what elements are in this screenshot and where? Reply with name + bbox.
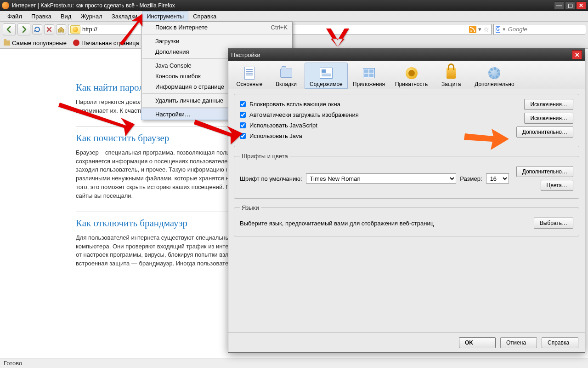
search-input[interactable] — [508, 26, 586, 33]
bookmarks-toolbar: Самые популярные Начальная страница — [0, 37, 588, 49]
window-title: Интернет | KakProsto.ru: как просто сдел… — [12, 2, 554, 9]
menu-help[interactable]: Справка — [188, 12, 221, 21]
group-fonts-colors: Шрифты и цвета Шрифт по умолчанию: Times… — [234, 153, 579, 199]
menu-separator — [142, 34, 291, 34]
label-languages-desc: Выберите язык, предпочитаемый вами для о… — [240, 220, 530, 227]
annotation-arrow-red — [322, 29, 354, 56]
bookmark-star-icon[interactable]: ☆ — [483, 26, 489, 33]
dropdown-icon[interactable]: ▾ — [478, 26, 481, 33]
firefox-icon — [2, 2, 9, 9]
label-enable-javascript: Использовать JavaScript — [249, 122, 317, 129]
label-enable-java: Использовать Java — [249, 132, 302, 139]
help-button[interactable]: Справка — [542, 337, 578, 348]
menu-edit[interactable]: Правка — [27, 12, 56, 21]
fonts-advanced-button[interactable]: Дополнительно… — [516, 166, 573, 177]
legend-fonts: Шрифты и цвета — [240, 153, 290, 160]
window-titlebar: Интернет | KakProsto.ru: как просто сдел… — [0, 0, 588, 11]
navigation-toolbar: ▾ ☆ G ▼ 🔍 — [0, 22, 588, 37]
tab-advanced[interactable]: Дополнительно — [469, 63, 519, 89]
annotation-arrow-red — [57, 100, 136, 137]
dialog-close-button[interactable]: ✕ — [572, 50, 582, 59]
dialog-title: Настройки — [231, 52, 572, 58]
label-load-images: Автоматически загружать изображения — [249, 111, 359, 118]
search-engine-icon[interactable]: G — [496, 26, 500, 33]
menu-file[interactable]: Файл — [3, 12, 27, 21]
search-bar[interactable]: G ▼ 🔍 — [493, 24, 585, 35]
dialog-body: Блокировать всплывающие окна Автоматичес… — [228, 89, 585, 332]
site-identity-icon[interactable] — [70, 25, 80, 34]
popups-exceptions-button[interactable]: Исключения… — [524, 99, 573, 110]
dialog-titlebar: Настройки ✕ — [228, 49, 585, 61]
group-languages: Языки Выберите язык, предпочитаемый вами… — [234, 204, 579, 236]
label-font-size: Размер: — [460, 175, 482, 182]
forward-button[interactable] — [17, 23, 30, 35]
ladybug-icon — [73, 40, 79, 46]
stop-button[interactable] — [44, 24, 54, 34]
tab-tabs[interactable]: Вкладки — [268, 63, 305, 89]
select-font-size[interactable]: 16 — [486, 173, 509, 184]
dropdown-icon[interactable]: ▼ — [502, 27, 506, 32]
minimize-button[interactable]: — — [554, 1, 564, 10]
status-text: Готово — [4, 360, 22, 367]
group-webcontent: Блокировать всплывающие окна Автоматичес… — [234, 94, 579, 147]
cancel-button[interactable]: Отмена — [500, 337, 537, 348]
checkbox-block-popups[interactable] — [240, 101, 246, 107]
tab-main[interactable]: Основные — [231, 63, 268, 89]
colors-button[interactable]: Цвета… — [541, 180, 573, 191]
home-button[interactable] — [56, 24, 66, 34]
dialog-tabstrip: Основные Вкладки Содержимое Приложения П… — [228, 61, 585, 89]
close-button[interactable]: ✕ — [576, 1, 586, 10]
options-dialog: Настройки ✕ Основные Вкладки Содержимое … — [228, 48, 585, 353]
languages-choose-button[interactable]: Выбрать… — [534, 218, 573, 229]
ok-button[interactable]: OK — [459, 337, 496, 348]
tab-privacy[interactable]: Приватность — [390, 63, 433, 89]
javascript-advanced-button[interactable]: Дополнительно… — [516, 126, 573, 138]
menu-web-search[interactable]: Поиск в ИнтернетеCtrl+K — [141, 22, 292, 33]
annotation-arrow-orange — [464, 125, 510, 153]
dialog-footer: OK Отмена Справка — [228, 332, 585, 352]
legend-languages: Языки — [240, 204, 261, 211]
folder-icon — [4, 40, 10, 46]
bookmark-popular[interactable]: Самые популярные — [4, 40, 67, 46]
rss-icon[interactable] — [469, 26, 476, 33]
images-exceptions-button[interactable]: Исключения… — [524, 113, 573, 124]
tab-security[interactable]: Защита — [433, 63, 469, 89]
maximize-button[interactable]: ▢ — [565, 1, 575, 10]
reload-button[interactable] — [32, 24, 42, 34]
status-bar: Готово — [0, 358, 588, 368]
menubar: Файл Правка Вид Журнал Закладки Инструме… — [0, 11, 588, 22]
menu-view[interactable]: Вид — [56, 12, 76, 21]
menu-downloads[interactable]: Загрузки — [141, 36, 292, 46]
annotation-arrow-red — [117, 14, 149, 46]
back-button[interactable] — [3, 23, 16, 35]
tab-content[interactable]: Содержимое — [305, 63, 348, 89]
tab-applications[interactable]: Приложения — [348, 63, 390, 89]
annotation-arrow-red — [193, 115, 243, 147]
select-default-font[interactable]: Times New Roman — [306, 173, 457, 184]
label-default-font: Шрифт по умолчанию: — [240, 175, 302, 182]
label-block-popups: Блокировать всплывающие окна — [249, 101, 340, 108]
menu-history[interactable]: Журнал — [76, 12, 107, 21]
